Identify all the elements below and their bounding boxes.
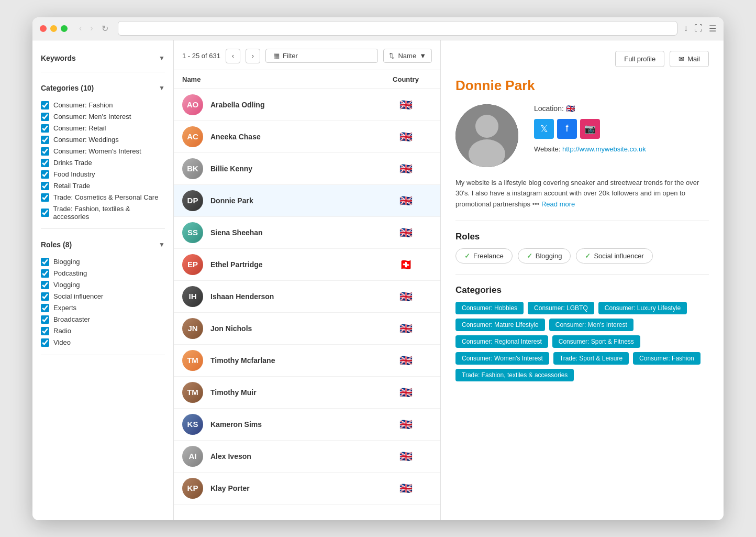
role-label: Podcasting xyxy=(53,269,87,277)
profile-category-tag[interactable]: Consumer: Luxury Lifestyle xyxy=(598,302,687,314)
toolbar-icons: ↓ ⛶ ☰ xyxy=(684,24,716,34)
category-item: Trade: Fashion, textiles & accessories xyxy=(41,203,165,222)
next-page-button[interactable]: › xyxy=(246,49,260,63)
role-checkbox-1[interactable] xyxy=(41,269,49,278)
category-item: Consumer: Men's Interest xyxy=(41,111,165,123)
role-check-icon: ✓ xyxy=(585,252,591,260)
list-item[interactable]: IH Ishaan Henderson 🇬🇧 xyxy=(174,281,440,313)
person-name: Siena Sheehan xyxy=(210,228,380,237)
category-checkbox-8[interactable] xyxy=(41,193,49,202)
maximize-button[interactable] xyxy=(61,25,68,32)
back-button[interactable]: ‹ xyxy=(76,23,85,35)
pagination-info: 1 - 25 of 631 xyxy=(182,52,220,60)
list-item[interactable]: BK Billie Kenny 🇬🇧 xyxy=(174,153,440,185)
refresh-button[interactable]: ↻ xyxy=(98,23,112,35)
prev-page-button[interactable]: ‹ xyxy=(226,49,240,63)
person-name: Ishaan Henderson xyxy=(210,292,380,301)
keywords-arrow: ▼ xyxy=(159,54,165,62)
profile-category-tag[interactable]: Trade: Fashion, textiles & accessories xyxy=(455,369,574,381)
avatar: AI xyxy=(182,446,203,467)
list-item[interactable]: KP Klay Porter 🇬🇧 xyxy=(174,473,440,505)
role-checkbox-5[interactable] xyxy=(41,315,49,324)
person-name: Timothy Mcfarlane xyxy=(210,356,380,365)
address-bar[interactable] xyxy=(118,21,677,36)
keywords-header[interactable]: Keywords ▼ xyxy=(41,51,165,65)
category-checkbox-5[interactable] xyxy=(41,159,49,167)
role-checkbox-7[interactable] xyxy=(41,338,49,347)
col-country-header: Country xyxy=(380,75,432,83)
profile-category-tag[interactable]: Consumer: Men's Interest xyxy=(549,319,633,331)
filter-button[interactable]: ▦ Filter xyxy=(265,49,378,63)
category-item: Drinks Trade xyxy=(41,157,165,169)
list-item[interactable]: AC Aneeka Chase 🇬🇧 xyxy=(174,121,440,153)
minimize-button[interactable] xyxy=(50,25,57,32)
roles-divider xyxy=(455,274,709,275)
category-checkbox-4[interactable] xyxy=(41,147,49,156)
role-item: Experts xyxy=(41,302,165,314)
categories-header[interactable]: Categories (10) ▼ xyxy=(41,81,165,95)
role-checkbox-3[interactable] xyxy=(41,292,49,301)
list-item[interactable]: TM Timothy Muir 🇬🇧 xyxy=(174,377,440,409)
category-checkbox-9[interactable] xyxy=(41,209,49,217)
role-checkbox-2[interactable] xyxy=(41,281,49,289)
list-item[interactable]: DP Donnie Park 🇬🇧 xyxy=(174,185,440,217)
profile-category-tag[interactable]: Trade: Sport & Leisure xyxy=(553,352,629,365)
read-more-link[interactable]: Read more xyxy=(541,200,575,208)
list-item[interactable]: AO Arabella Odling 🇬🇧 xyxy=(174,89,440,121)
role-check-icon: ✓ xyxy=(464,252,470,260)
profile-category-tag[interactable]: Consumer: Women's Interest xyxy=(455,352,549,365)
profile-bio: My website is a lifestyle blog covering … xyxy=(455,178,709,221)
category-label: Consumer: Fashion xyxy=(53,101,113,109)
twitter-icon[interactable]: 𝕏 xyxy=(534,119,554,139)
list-item[interactable]: KS Kameron Sims 🇬🇧 xyxy=(174,409,440,441)
category-checkbox-3[interactable] xyxy=(41,136,49,144)
instagram-icon[interactable]: 📷 xyxy=(580,119,600,139)
country-flag: 🇬🇧 xyxy=(380,194,432,207)
list-item[interactable]: AI Alex Iveson 🇬🇧 xyxy=(174,441,440,473)
category-item: Consumer: Women's Interest xyxy=(41,146,165,157)
country-flag: 🇬🇧 xyxy=(380,482,432,495)
role-item: Video xyxy=(41,337,165,348)
category-checkbox-0[interactable] xyxy=(41,101,49,109)
website-link[interactable]: http://www.mywebsite.co.uk xyxy=(562,145,646,153)
list-item[interactable]: SS Siena Sheehan 🇬🇧 xyxy=(174,217,440,249)
facebook-icon[interactable]: f xyxy=(557,119,577,139)
person-name: Timothy Muir xyxy=(210,388,380,397)
social-icons: 𝕏 f 📷 xyxy=(534,119,709,139)
role-checkbox-4[interactable] xyxy=(41,304,49,312)
profile-category-tag[interactable]: Consumer: LGBTQ xyxy=(528,302,594,314)
full-profile-button[interactable]: Full profile xyxy=(615,51,664,67)
forward-button[interactable]: › xyxy=(87,23,96,35)
profile-category-tag[interactable]: Consumer: Mature Lifestyle xyxy=(455,319,545,331)
profile-category-tag[interactable]: Consumer: Regional Interest xyxy=(455,335,548,348)
role-tag: ✓ Blogging xyxy=(518,248,571,264)
category-label: Retail Trade xyxy=(53,182,90,190)
role-checkbox-0[interactable] xyxy=(41,258,49,266)
role-checkbox-6[interactable] xyxy=(41,327,49,335)
roles-header[interactable]: Roles (8) ▼ xyxy=(41,237,165,252)
close-button[interactable] xyxy=(40,25,47,32)
role-item: Broadcaster xyxy=(41,314,165,325)
profile-category-tag[interactable]: Consumer: Fashion xyxy=(633,352,701,365)
category-checkbox-1[interactable] xyxy=(41,113,49,121)
filter-icon: ▦ xyxy=(273,52,280,60)
profile-category-tag[interactable]: Consumer: Sport & Fitness xyxy=(552,335,640,348)
list-item[interactable]: TM Timothy Mcfarlane 🇬🇧 xyxy=(174,345,440,377)
avatar: TM xyxy=(182,350,203,371)
profile-name: Donnie Park xyxy=(455,78,709,94)
category-checkbox-7[interactable] xyxy=(41,182,49,190)
person-name: Ethel Partridge xyxy=(210,260,380,269)
website-label: Website: xyxy=(534,145,560,153)
category-checkbox-2[interactable] xyxy=(41,124,49,133)
list-item[interactable]: JN Jon Nichols 🇬🇧 xyxy=(174,313,440,345)
app-body: Keywords ▼ Categories (10) ▼ Consumer: F… xyxy=(32,40,724,520)
role-label: Radio xyxy=(53,327,71,335)
category-checkbox-6[interactable] xyxy=(41,170,49,179)
sort-button[interactable]: ⇅ Name ▼ xyxy=(383,49,432,63)
role-tag-label: Freelance xyxy=(473,252,504,260)
mail-button[interactable]: ✉ Mail xyxy=(670,51,709,67)
fullscreen-icon[interactable]: ⛶ xyxy=(694,24,703,34)
menu-icon[interactable]: ☰ xyxy=(709,24,716,34)
list-item[interactable]: EP Ethel Partridge 🇨🇭 xyxy=(174,249,440,281)
profile-category-tag[interactable]: Consumer: Hobbies xyxy=(455,302,524,314)
